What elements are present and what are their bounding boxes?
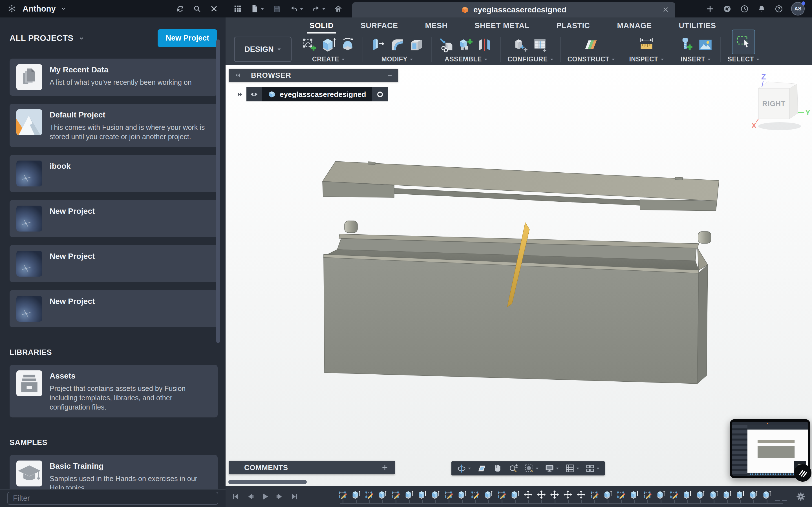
step-back-button[interactable] [246,492,255,501]
job-status-icon[interactable] [740,4,749,13]
close-tab-icon[interactable] [662,6,669,13]
caret-icon[interactable] [596,467,600,470]
project-card-default-project[interactable]: Default ProjectThis comes with Fusion an… [10,104,218,147]
app-grid-button[interactable] [234,4,242,13]
add-comment-icon[interactable] [381,464,389,471]
redo-icon[interactable] [312,4,320,13]
tab-utilities[interactable]: UTILITIES [678,18,717,34]
new-component-icon[interactable] [458,37,474,53]
caret-icon[interactable] [576,467,579,470]
horizontal-scrollbar[interactable] [229,480,307,484]
tab-surface[interactable]: SURFACE [360,18,399,34]
timeline-settings-gear-icon[interactable] [796,492,806,502]
timeline-feature-extrude[interactable] [682,490,692,500]
tab-plastic[interactable]: PLASTIC [556,18,591,34]
design-workspace-dropdown[interactable]: DESIGN [234,37,292,62]
minimize-icon[interactable] [386,72,393,78]
close-icon[interactable] [210,4,218,13]
orbit-button[interactable] [455,463,473,473]
timeline-feature-extrude[interactable] [404,490,414,500]
project-card-new-project[interactable]: New Project [10,245,218,282]
app-grid-icon[interactable] [234,4,242,13]
timeline-feature-extrude[interactable] [377,490,387,500]
sync-icon[interactable] [176,4,185,13]
select-icon[interactable] [735,34,752,50]
tab-mesh[interactable]: MESH [424,18,448,34]
undo-button[interactable] [290,4,303,13]
expand-tree-icon[interactable] [236,91,244,98]
step-forward-button[interactable] [275,492,284,501]
zoom-window-button[interactable] [522,463,541,473]
extensions-icon[interactable] [723,4,732,13]
timeline-feature-extrude[interactable] [629,490,639,500]
toolbar-group-label[interactable]: CONSTRUCT [567,54,615,63]
undo-icon[interactable] [290,4,298,13]
timeline-feature-sketch[interactable] [669,490,679,500]
construction-plane-icon[interactable] [583,37,599,53]
help-icon[interactable]: ? [774,4,783,13]
chevron-down-icon[interactable] [60,6,66,12]
toolbar-group-label[interactable]: INSERT [680,54,711,63]
toolbar-group-label[interactable]: SELECT [728,54,760,63]
timeline-feature-extrude[interactable] [722,490,732,500]
caret-icon[interactable] [300,7,303,11]
file-doc-icon[interactable] [250,4,259,13]
project-card-my-recent-data[interactable]: My Recent DataA list of what you've rece… [10,59,218,96]
project-card-new-project[interactable]: New Project [10,290,218,327]
timeline-feature-move[interactable] [550,490,559,500]
timeline-feature-extrude[interactable] [484,490,493,500]
browser-root-label[interactable]: eyeglasscaseredesigned [280,90,366,99]
caret-icon[interactable] [536,467,539,470]
search-icon[interactable] [193,4,201,13]
timeline-feature-extrude[interactable] [457,490,467,500]
filter-input[interactable] [7,492,218,505]
project-card-assets[interactable]: AssetsProject that contains assets used … [10,365,218,417]
tab-solid[interactable]: SOLID [309,18,334,34]
comments-bar[interactable]: COMMENTS [229,461,395,474]
timeline-feature-extrude[interactable] [749,490,758,500]
redo-button[interactable] [312,4,326,13]
save-button[interactable] [273,4,281,13]
timeline-feature-extrude[interactable] [696,490,705,500]
timeline-feature-sketch[interactable] [338,490,347,500]
timeline-feature-sketch[interactable] [391,490,400,500]
tab-manage[interactable]: MANAGE [617,18,652,34]
new-project-button[interactable]: New Project [158,29,217,47]
home-button[interactable] [334,4,343,13]
caret-icon[interactable] [260,7,264,11]
view-cube[interactable]: RIGHT Z Y X [746,70,811,138]
joint-icon[interactable] [477,37,493,53]
extrude-icon[interactable] [320,37,337,53]
zoom-button[interactable] [507,463,520,473]
canvas-image-icon[interactable] [697,37,714,53]
timeline-feature-sketch[interactable] [497,490,506,500]
toolbar-group-label[interactable]: CREATE [312,54,345,63]
file-doc-button[interactable] [250,4,264,13]
create-sketch-icon[interactable] [301,37,317,53]
timeline-feature-move[interactable] [537,490,546,500]
config-table-icon[interactable] [532,37,548,53]
multi-view-button[interactable] [583,463,601,473]
display-settings-button[interactable] [543,463,561,473]
timeline-feature-extrude[interactable] [762,490,771,500]
tab-sheet-metal[interactable]: SHEET METAL [474,18,530,34]
save-icon[interactable] [273,4,281,13]
timeline-feature-extrude[interactable] [735,490,745,500]
timeline-feature-sketch[interactable] [444,490,453,500]
layout-grid-button[interactable] [563,463,581,473]
pan-button[interactable] [491,463,504,473]
play-button[interactable] [260,492,269,501]
timeline-feature-extrude[interactable] [430,490,440,500]
insert-derive-icon[interactable] [439,37,455,53]
timeline-feature-sketch[interactable] [364,490,374,500]
collapse-panel-icon[interactable] [234,71,241,79]
toolbar-group-label[interactable]: ASSEMBLE [445,54,488,63]
browser-panel-header[interactable]: BROWSER [229,69,398,82]
project-card-new-project[interactable]: New Project [10,200,218,237]
timeline-feature-extrude[interactable] [709,490,718,500]
revolve-icon[interactable] [340,37,356,53]
measure-icon[interactable] [638,37,655,53]
activate-component-icon[interactable] [376,91,384,98]
toolbar-group-label[interactable]: CONFIGURE [507,54,553,63]
project-card-ibook[interactable]: ibook [10,155,218,192]
